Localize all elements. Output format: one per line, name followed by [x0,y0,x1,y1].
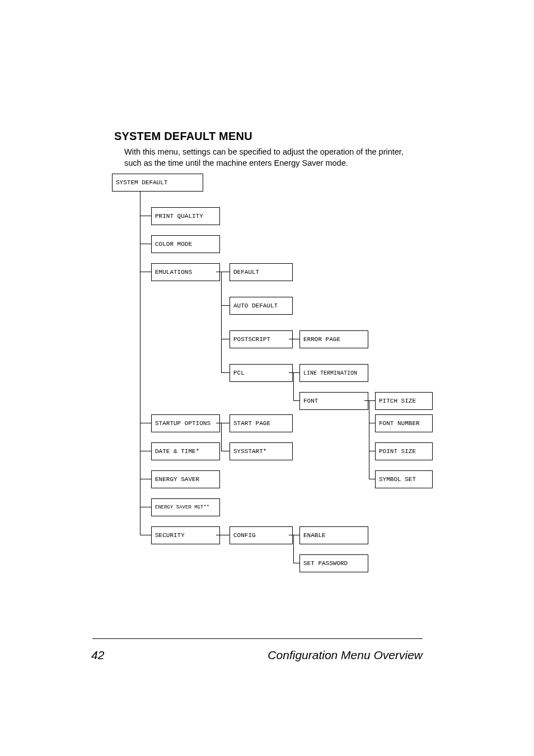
menu-color-mode: COLOR MODE [151,235,220,253]
footer-title: Configuration Menu Overview [268,648,423,662]
menu-tree-diagram: SYSTEM DEFAULT PRINT QUALITY COLOR MODE … [112,174,425,622]
submenu-font: FONT [299,392,368,410]
submenu-enable: ENABLE [299,526,368,544]
submenu-font-number: FONT NUMBER [375,414,433,432]
section-intro: With this menu, settings can be specifie… [124,147,415,169]
root-system-default: SYSTEM DEFAULT [112,174,203,192]
section-heading: SYSTEM DEFAULT MENU [114,130,252,143]
submenu-config: CONFIG [229,526,293,544]
submenu-postscript: POSTSCRIPT [229,330,293,348]
menu-startup-options: STARTUP OPTIONS [151,414,220,432]
page: SYSTEM DEFAULT MENU With this menu, sett… [0,0,534,756]
submenu-set-password: SET PASSWORD [299,554,368,572]
footer-rule [92,638,423,639]
submenu-auto-default: AUTO DEFAULT [229,297,293,315]
menu-energy-saver-mgt: ENERGY SAVER MGT** [151,498,220,516]
menu-date-time: DATE & TIME* [151,442,220,460]
menu-security: SECURITY [151,526,220,544]
submenu-point-size: POINT SIZE [375,442,433,460]
submenu-default: DEFAULT [229,263,293,281]
submenu-start-page: START PAGE [229,414,293,432]
submenu-pcl: PCL [229,364,293,382]
submenu-sysstart: SYSSTART* [229,442,293,460]
page-number: 42 [91,648,104,662]
submenu-error-page: ERROR PAGE [299,330,368,348]
menu-emulations: EMULATIONS [151,263,220,281]
menu-print-quality: PRINT QUALITY [151,207,220,225]
submenu-pitch-size: PITCH SIZE [375,392,433,410]
submenu-symbol-set: SYMBOL SET [375,470,433,488]
submenu-line-termination: LINE TERMINATION [299,364,368,382]
menu-energy-saver: ENERGY SAVER [151,470,220,488]
